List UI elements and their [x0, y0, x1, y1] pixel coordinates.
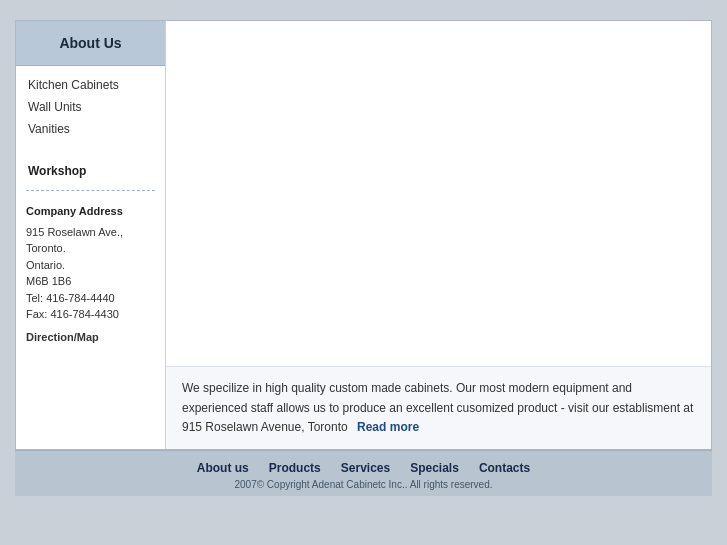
footer-nav-products[interactable]: Products — [269, 461, 321, 475]
outer-wrapper: About Us Kitchen Cabinets Wall Units Van… — [0, 0, 727, 545]
address-line-1: 915 Roselawn Ave., Toronto. — [26, 224, 155, 257]
direction-map-link[interactable]: Direction/Map — [16, 327, 165, 347]
content-description: We specilize in high quality custom made… — [182, 381, 693, 433]
footer-nav-contacts[interactable]: Contacts — [479, 461, 530, 475]
sidebar: About Us Kitchen Cabinets Wall Units Van… — [16, 21, 166, 449]
address-line-5: Fax: 416-784-4430 — [26, 306, 155, 323]
footer-nav-services[interactable]: Services — [341, 461, 390, 475]
sidebar-item-kitchen-cabinets[interactable]: Kitchen Cabinets — [16, 74, 165, 96]
main-container: About Us Kitchen Cabinets Wall Units Van… — [15, 20, 712, 450]
address-line-2: Ontario. — [26, 257, 155, 274]
sidebar-address-section: Company Address 915 Roselawn Ave., Toron… — [16, 199, 165, 327]
sidebar-item-vanities[interactable]: Vanities — [16, 118, 165, 140]
main-content: We specilize in high quality custom made… — [166, 21, 711, 449]
footer-nav-about-us[interactable]: About us — [197, 461, 249, 475]
footer-nav-specials[interactable]: Specials — [410, 461, 459, 475]
footer: About us Products Services Specials Cont… — [15, 450, 712, 496]
address-line-3: M6B 1B6 — [26, 273, 155, 290]
company-address-label: Company Address — [26, 203, 155, 220]
sidebar-item-wall-units[interactable]: Wall Units — [16, 96, 165, 118]
sidebar-about-us-heading: About Us — [16, 21, 165, 66]
sidebar-nav: Kitchen Cabinets Wall Units Vanities — [16, 66, 165, 148]
content-text-area: We specilize in high quality custom made… — [166, 366, 711, 449]
read-more-link[interactable]: Read more — [357, 420, 419, 434]
sidebar-divider — [26, 190, 155, 191]
footer-copyright: 2007© Copyright Adenat Cabinetc Inc.. Al… — [15, 479, 712, 490]
footer-nav: About us Products Services Specials Cont… — [15, 461, 712, 475]
sidebar-workshop-label: Workshop — [16, 148, 165, 182]
content-image-area — [166, 21, 711, 366]
address-line-4: Tel: 416-784-4440 — [26, 290, 155, 307]
